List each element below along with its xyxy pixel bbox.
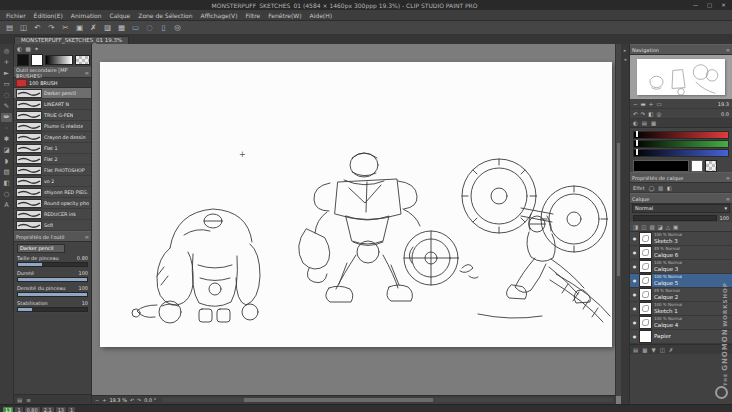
menu-item[interactable]: Calque (109, 12, 130, 19)
panel-menu-icon[interactable]: ≡ (726, 196, 730, 202)
main-color-swatch[interactable] (17, 54, 29, 66)
slider-track[interactable] (17, 277, 88, 282)
expand-panels-icon[interactable]: ◂ (624, 56, 627, 62)
zoom-in-icon[interactable]: + (649, 101, 654, 107)
layer-row[interactable]: ● 45 % Normal Calque 6 (630, 246, 732, 260)
panel-menu-icon[interactable]: ≡ (85, 70, 89, 76)
grid-icon[interactable]: ▦ (117, 22, 126, 34)
vertical-scroll-thumb[interactable] (617, 143, 620, 277)
green-channel-slider[interactable] (633, 140, 729, 148)
zoom-mode-icon[interactable]: ◎ (173, 22, 182, 34)
color-wheel-tab-icon[interactable]: ◐ (633, 120, 638, 126)
zoom-in-icon[interactable]: + (102, 397, 106, 403)
lock-transparency-icon[interactable]: ▨ (649, 224, 654, 230)
layer-row[interactable]: ● 100 % Normal Calque 5 (630, 274, 732, 288)
brush-item[interactable]: Crayon de dessin (14, 132, 91, 143)
panel-menu-icon[interactable]: ≡ (85, 234, 89, 240)
rotate-right-icon[interactable]: ↷ (137, 397, 141, 403)
layer-row[interactable]: ● 100 % Normal Sketch 3 (630, 232, 732, 246)
delete-icon[interactable]: ✗ (89, 22, 98, 34)
color-slider-tab-icon[interactable]: ▤ (642, 120, 647, 126)
vertical-scrollbar[interactable] (615, 44, 621, 396)
color-set-tab-icon[interactable]: ▦ (651, 120, 656, 126)
zoom-slider[interactable]: ▬ (641, 101, 646, 107)
menu-item[interactable]: Fenêtre(W) (268, 12, 301, 19)
tool-slider[interactable]: Taille de pinceau 0.80 (14, 254, 91, 269)
menu-item[interactable]: Affichage(V) (201, 12, 238, 19)
figure-tool-icon[interactable]: ○ (1, 190, 12, 199)
lock-layer-icon[interactable]: ◫ (641, 224, 646, 230)
minimize-button[interactable]: — (689, 1, 702, 9)
layer-visibility-icon[interactable]: ● (632, 306, 637, 311)
transparent-chip[interactable] (705, 160, 717, 172)
brush-item[interactable]: Flat 2 (14, 154, 91, 165)
selection-rect-icon[interactable]: ▭ (131, 22, 140, 34)
add-subtool-icon[interactable]: ▤ (17, 397, 22, 403)
tool-slider[interactable]: Stabilisation 10 (14, 299, 91, 314)
menu-item[interactable]: Animation (71, 12, 102, 19)
brush-item[interactable]: Plume G réaliste (14, 121, 91, 132)
new-file-icon[interactable]: ▤ (5, 22, 14, 34)
maximize-button[interactable]: ▢ (703, 1, 716, 9)
eyedropper-icon[interactable]: ✦ (34, 45, 39, 52)
layer-visibility-icon[interactable]: ● (632, 264, 637, 269)
copy-icon[interactable]: ▣ (75, 22, 84, 34)
brush-item[interactable]: vo 2 (14, 176, 91, 187)
slider-track[interactable] (17, 292, 88, 297)
green-slider-handle[interactable] (636, 140, 638, 146)
panel-menu-icon[interactable]: ≡ (726, 47, 730, 53)
layer-row[interactable]: ● Papier (630, 330, 732, 344)
lasso-tool-icon[interactable]: ◌ (1, 91, 12, 100)
delete-layer-icon[interactable]: ✗ (669, 347, 674, 353)
decoration-tool-icon[interactable]: ✱ (1, 135, 12, 144)
text-tool-icon[interactable]: A (1, 201, 12, 210)
canvas-page[interactable] (100, 62, 612, 347)
fill-icon[interactable]: ▨ (103, 22, 112, 34)
color-set-icon[interactable]: ▦ (25, 45, 31, 52)
zoom-out-icon[interactable]: − (633, 101, 638, 107)
gradient-bar[interactable] (45, 55, 73, 65)
menu-item[interactable]: Fichier (6, 12, 26, 19)
flip-horizontal-icon[interactable]: ◧ (648, 111, 653, 117)
brush-group-row[interactable]: 100 BRUSH (14, 78, 91, 88)
tool-slider[interactable]: Densité du pinceau 100 (14, 284, 91, 299)
transfer-icon[interactable]: ◫ (660, 347, 665, 353)
layer-visibility-icon[interactable]: ● (632, 292, 637, 297)
layer-visibility-icon[interactable]: ● (632, 320, 637, 325)
fit-screen-icon[interactable]: ▭ (656, 101, 661, 107)
brush-item[interactable]: TRUE G-PEN (14, 110, 91, 121)
brush-item[interactable]: REDUCER ink (14, 209, 91, 220)
border-effect-icon[interactable]: ◯ (649, 185, 655, 191)
layer-visibility-icon[interactable]: ● (632, 236, 637, 241)
layer-visibility-icon[interactable]: ● (632, 250, 637, 255)
brush-item[interactable]: Darker pencil (14, 88, 91, 99)
palette-icon[interactable]: ▣ (673, 224, 678, 230)
horizontal-scroll-thumb[interactable] (244, 398, 433, 402)
brush-item[interactable]: Flat 1 (14, 143, 91, 154)
brush-item[interactable]: shiyoon RED PIEG. INK (14, 187, 91, 198)
selection-tool-icon[interactable]: ▭ (1, 80, 12, 89)
layer-row[interactable]: ● 100 % Normal Sketch 1 (630, 302, 732, 316)
layer-visibility-icon[interactable]: ● (632, 278, 637, 283)
zoom-tool-icon[interactable]: ◎ (1, 47, 12, 56)
layer-visibility-icon[interactable]: ● (632, 334, 637, 339)
opacity-slider[interactable] (633, 215, 717, 221)
close-button[interactable]: ✕ (717, 1, 730, 9)
eraser-tool-icon[interactable]: ◪ (1, 146, 12, 155)
horizontal-scrollbar[interactable] (163, 398, 613, 402)
blue-channel-slider[interactable] (633, 149, 729, 157)
save-icon[interactable]: ◫ (19, 22, 28, 34)
zoom-out-icon[interactable]: − (95, 397, 99, 403)
deselect-icon[interactable]: ▯ (159, 22, 168, 34)
sub-color-chip[interactable] (691, 160, 703, 172)
settings-icon[interactable]: ≡ (26, 397, 31, 403)
tool-slider[interactable]: Dureté 100 (14, 269, 91, 284)
red-channel-slider[interactable] (633, 131, 729, 139)
ruler-layer-icon[interactable]: △ (666, 224, 670, 230)
pencil-tool-icon[interactable]: ✏ (1, 113, 12, 122)
gradient-tool-icon[interactable]: ◧ (1, 179, 12, 188)
menu-item[interactable]: Édition(E) (34, 12, 63, 19)
layer-color-effect-icon[interactable]: ◧ (667, 185, 672, 191)
move-tool-icon[interactable]: + (1, 58, 12, 67)
menu-item[interactable]: Zone de Sélection (138, 12, 192, 19)
